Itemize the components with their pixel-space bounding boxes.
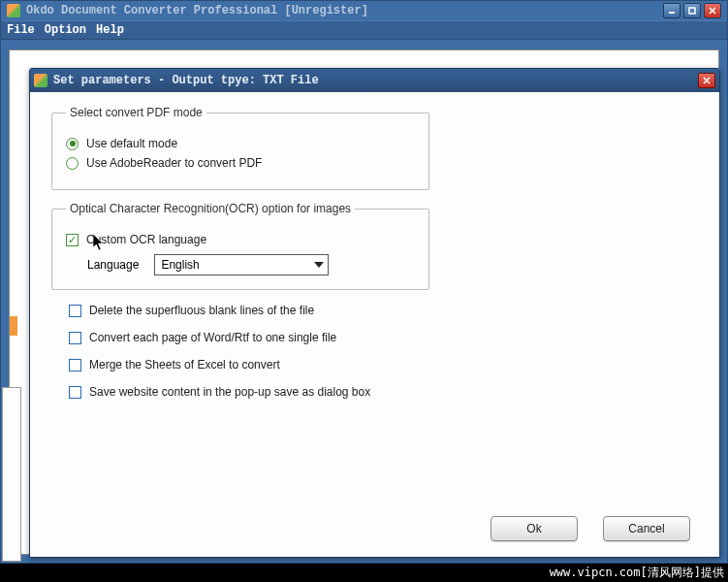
checkbox-save-website-label: Save website content in the pop-up save … (89, 385, 370, 399)
radio-default-mode[interactable] (66, 138, 79, 150)
radio-adobe-mode[interactable] (66, 157, 79, 170)
menu-help[interactable]: Help (96, 23, 124, 37)
checkbox-custom-ocr-label: Custom OCR language (86, 233, 206, 246)
language-combobox[interactable]: English (154, 254, 329, 275)
checkbox-delete-blank[interactable] (69, 305, 81, 317)
checkbox-merge-excel-label: Merge the Sheets of Excel to convert (89, 358, 280, 372)
checkbox-single-file[interactable] (69, 332, 81, 344)
app-icon (34, 74, 47, 87)
svg-rect-0 (669, 12, 675, 14)
maximize-button[interactable] (683, 3, 701, 18)
background-panel (2, 387, 21, 562)
close-icon (709, 7, 716, 15)
dialog-button-row: Ok Cancel (491, 516, 690, 541)
window-title: Okdo Document Converter Professional [Un… (26, 4, 368, 17)
maximize-icon (688, 7, 696, 15)
menubar: File Option Help (1, 20, 727, 40)
chevron-down-icon (314, 262, 324, 268)
cancel-button[interactable]: Cancel (603, 516, 690, 541)
background-accent (10, 316, 17, 336)
checkbox-row-custom-ocr[interactable]: ✓ Custom OCR language (66, 233, 415, 246)
checkbox-delete-blank-label: Delete the superfluous blank lines of th… (89, 304, 314, 317)
radio-adobe-label: Use AdobeReader to convert PDF (86, 156, 262, 170)
checkbox-save-website[interactable] (69, 386, 81, 399)
titlebar: Okdo Document Converter Professional [Un… (1, 1, 727, 20)
dialog-title: Set parameters - Output tpye: TXT File (53, 74, 319, 87)
checkbox-single-file-label: Convert each page of Word/Rtf to one sin… (89, 331, 336, 344)
dialog-titlebar: Set parameters - Output tpye: TXT File (30, 69, 719, 92)
radio-default-label: Use default mode (86, 137, 177, 150)
minimize-button[interactable] (663, 3, 681, 18)
pdf-mode-legend: Select convert PDF mode (66, 106, 206, 119)
language-label: Language (87, 258, 139, 272)
minimize-icon (668, 7, 676, 15)
radio-row-default[interactable]: Use default mode (66, 137, 415, 150)
ocr-legend: Optical Character Recognition(OCR) optio… (66, 202, 355, 215)
menu-file[interactable]: File (7, 23, 35, 37)
pdf-mode-group: Select convert PDF mode Use default mode… (51, 106, 429, 190)
ok-button[interactable]: Ok (491, 516, 578, 541)
footer-credit: www.vipcn.com[清风网络]提供 (0, 564, 728, 582)
checkbox-merge-excel[interactable] (69, 359, 81, 372)
close-button[interactable] (704, 3, 721, 18)
language-row: Language English (87, 254, 415, 275)
checkbox-row-save-website[interactable]: Save website content in the pop-up save … (69, 385, 698, 399)
radio-row-adobe[interactable]: Use AdobeReader to convert PDF (66, 156, 415, 170)
checkbox-custom-ocr[interactable]: ✓ (66, 234, 79, 246)
svg-rect-1 (689, 8, 695, 14)
language-value: English (161, 258, 199, 272)
ocr-group: Optical Character Recognition(OCR) optio… (51, 202, 429, 290)
dialog-body: Select convert PDF mode Use default mode… (30, 92, 719, 557)
checkbox-row-single-file[interactable]: Convert each page of Word/Rtf to one sin… (69, 331, 698, 344)
checkbox-row-merge-excel[interactable]: Merge the Sheets of Excel to convert (69, 358, 698, 372)
close-icon (703, 77, 711, 84)
app-icon (7, 4, 20, 17)
dialog-close-button[interactable] (698, 73, 715, 88)
checkbox-row-delete-blank[interactable]: Delete the superfluous blank lines of th… (69, 304, 698, 317)
set-parameters-dialog: Set parameters - Output tpye: TXT File S… (29, 68, 720, 558)
menu-option[interactable]: Option (45, 23, 86, 37)
